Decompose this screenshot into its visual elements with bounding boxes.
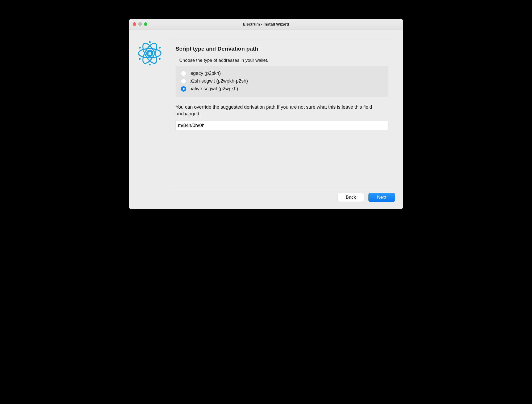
section-title: Script type and Derivation path — [176, 46, 388, 52]
window-title: Electrum - Install Wizard — [129, 22, 403, 26]
radio-label: native segwit (p2wpkh) — [189, 86, 238, 92]
radio-icon — [181, 86, 186, 92]
derivation-path-input[interactable] — [176, 121, 388, 130]
svg-point-6 — [149, 64, 151, 66]
script-type-radio-group: legacy (p2pkh) p2sh-segwit (p2wpkh-p2sh)… — [176, 66, 388, 97]
svg-point-7 — [139, 47, 141, 49]
wizard-content: Script type and Derivation path Choose t… — [169, 39, 395, 188]
close-icon[interactable] — [133, 22, 136, 26]
radio-icon — [181, 79, 186, 84]
svg-point-8 — [159, 58, 161, 60]
title-bar: Electrum - Install Wizard — [129, 19, 403, 30]
radio-label: p2sh-segwit (p2wpkh-p2sh) — [189, 78, 248, 84]
minimize-icon[interactable] — [138, 22, 142, 26]
next-button[interactable]: Next — [368, 193, 395, 202]
back-button[interactable]: Back — [338, 193, 364, 202]
wizard-footer: Back Next — [129, 188, 403, 209]
svg-point-9 — [139, 58, 141, 60]
svg-point-5 — [149, 41, 151, 43]
override-help-text: You can override the suggested derivatio… — [176, 104, 388, 117]
radio-label: legacy (p2pkh) — [189, 71, 221, 76]
wizard-sidebar: B — [137, 39, 169, 188]
radio-icon — [181, 71, 186, 76]
install-wizard-window: Electrum - Install Wizard B — [129, 19, 403, 209]
svg-text:B: B — [148, 51, 151, 56]
radio-option-p2sh-segwit[interactable]: p2sh-segwit (p2wpkh-p2sh) — [181, 77, 383, 85]
svg-point-10 — [159, 47, 161, 49]
radio-option-legacy[interactable]: legacy (p2pkh) — [181, 70, 383, 77]
radio-option-native-segwit[interactable]: native segwit (p2wpkh) — [181, 85, 383, 93]
maximize-icon[interactable] — [144, 22, 147, 26]
electrum-logo-icon: B — [137, 40, 163, 66]
choose-prompt: Choose the type of addresses in your wal… — [179, 58, 388, 63]
window-controls — [129, 22, 147, 26]
